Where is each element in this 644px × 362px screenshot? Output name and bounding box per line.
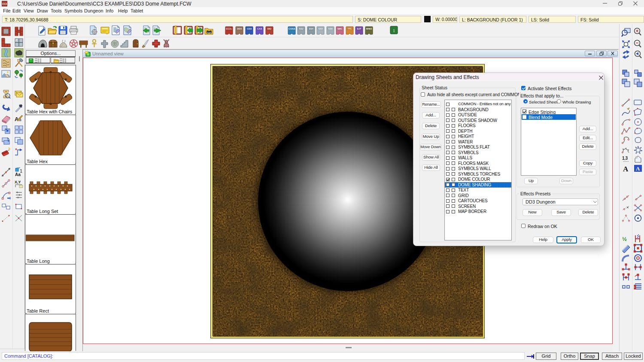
svg-text:1: 1 [393, 28, 395, 33]
svg-text:DD3: DD3 [237, 27, 242, 30]
svg-text:½: ½ [622, 236, 627, 242]
svg-text:1,3: 1,3 [622, 156, 628, 161]
svg-text:SS4: SS4 [309, 27, 313, 30]
svg-text:SS6: SS6 [328, 27, 332, 30]
svg-text:CC3+: CC3+ [226, 27, 232, 30]
svg-text:CC3: CC3 [2, 3, 7, 5]
svg-text:COS3: COS3 [289, 27, 295, 30]
svg-text:DIO: DIO [267, 27, 272, 30]
svg-text:CD3: CD3 [247, 27, 252, 30]
svg-text:1: 1 [20, 168, 22, 173]
svg-text:SS2: SS2 [299, 27, 303, 30]
svg-text:CA3: CA3 [257, 27, 262, 30]
svg-text:X,Y: X,Y [15, 180, 21, 184]
svg-text:WW2: WW2 [366, 27, 371, 30]
svg-text:A: A [623, 165, 629, 173]
svg-text:A: A [636, 165, 640, 172]
svg-text:SS5: SS5 [318, 27, 322, 30]
svg-text:SMC: SMC [337, 27, 342, 30]
svg-text:TTC: TTC [347, 27, 352, 30]
svg-text:DJT: DJT [357, 27, 361, 30]
